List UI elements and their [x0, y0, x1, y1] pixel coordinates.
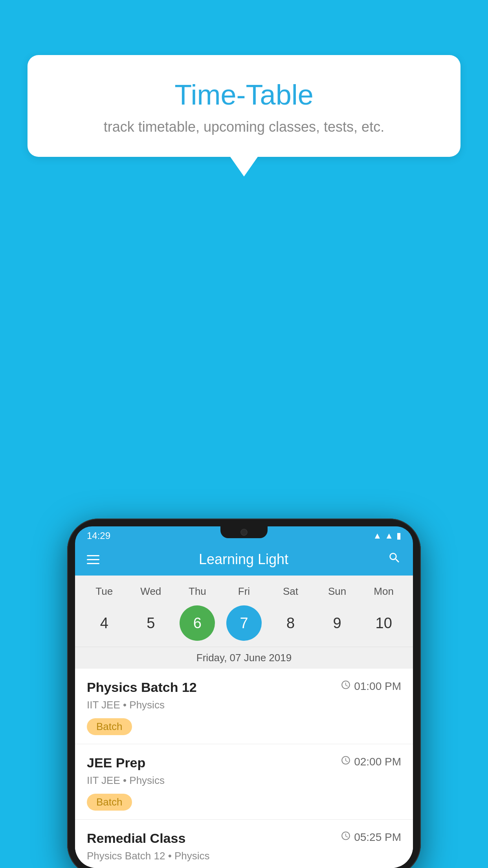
calendar-date-9[interactable]: 9: [319, 605, 355, 641]
app-header: Learning Light: [75, 543, 413, 576]
status-bar: 14:29 ▲ ▲ ▮: [75, 526, 413, 543]
speech-bubble-subtitle: track timetable, upcoming classes, tests…: [47, 119, 441, 135]
battery-icon: ▮: [396, 531, 401, 541]
schedule-item-3-header: Remedial Class 05:25 PM: [87, 831, 401, 846]
schedule-list: Physics Batch 12 01:00 PM IIT JEE • Phys…: [75, 669, 413, 868]
schedule-item-3-title: Remedial Class: [87, 831, 185, 846]
clock-icon-1: [341, 680, 351, 693]
schedule-item-2[interactable]: JEE Prep 02:00 PM IIT JEE • Physics Batc…: [75, 744, 413, 820]
calendar-day-mon[interactable]: Mon: [366, 585, 402, 598]
schedule-item-2-time: 02:00 PM: [341, 755, 401, 768]
speech-bubble-container: Time-Table track timetable, upcoming cla…: [28, 55, 460, 177]
schedule-item-3[interactable]: Remedial Class 05:25 PM Physics Batch 12…: [75, 820, 413, 868]
calendar-date-8[interactable]: 8: [273, 605, 308, 641]
calendar-day-fri[interactable]: Fri: [226, 585, 262, 598]
signal-icon: ▲: [385, 531, 393, 541]
speech-bubble: Time-Table track timetable, upcoming cla…: [28, 55, 460, 157]
schedule-item-2-badge: Batch: [87, 794, 132, 811]
phone-frame: 14:29 ▲ ▲ ▮ Learning Light: [67, 519, 421, 868]
calendar-date-10[interactable]: 10: [366, 605, 402, 641]
search-icon[interactable]: [388, 551, 401, 568]
schedule-item-1[interactable]: Physics Batch 12 01:00 PM IIT JEE • Phys…: [75, 669, 413, 744]
schedule-item-1-badge: Batch: [87, 718, 132, 735]
speech-bubble-title: Time-Table: [47, 79, 441, 111]
wifi-icon: ▲: [373, 531, 382, 541]
speech-bubble-arrow: [230, 157, 258, 177]
status-time: 14:29: [87, 530, 110, 541]
calendar-date-5[interactable]: 5: [133, 605, 169, 641]
calendar-date-4[interactable]: 4: [86, 605, 122, 641]
hamburger-menu-icon[interactable]: [87, 555, 99, 564]
calendar-day-sun[interactable]: Sun: [319, 585, 355, 598]
calendar-day-sat[interactable]: Sat: [273, 585, 308, 598]
schedule-item-1-subtitle: IIT JEE • Physics: [87, 699, 401, 711]
clock-icon-3: [341, 831, 351, 844]
schedule-item-2-subtitle: IIT JEE • Physics: [87, 774, 401, 787]
schedule-item-1-header: Physics Batch 12 01:00 PM: [87, 680, 401, 695]
calendar-day-wed[interactable]: Wed: [133, 585, 169, 598]
schedule-item-2-header: JEE Prep 02:00 PM: [87, 755, 401, 771]
calendar-dates-row: 4 5 6 7 8 9 10: [75, 601, 413, 647]
calendar-date-7-selected[interactable]: 7: [226, 605, 262, 641]
schedule-item-1-time: 01:00 PM: [341, 680, 401, 693]
calendar-container: Tue Wed Thu Fri Sat Sun Mon 4 5 6 7 8 9 …: [75, 576, 413, 669]
calendar-date-6-today[interactable]: 6: [180, 605, 215, 641]
calendar-day-tue[interactable]: Tue: [86, 585, 122, 598]
phone-frame-wrapper: 14:29 ▲ ▲ ▮ Learning Light: [67, 519, 421, 868]
app-title: Learning Light: [199, 551, 288, 568]
schedule-item-1-title: Physics Batch 12: [87, 680, 197, 695]
calendar-days-header: Tue Wed Thu Fri Sat Sun Mon: [75, 581, 413, 601]
clock-icon-2: [341, 755, 351, 768]
phone-screen: Learning Light Tue Wed Thu Fri Sat Sun M…: [75, 543, 413, 868]
phone-notch: [220, 526, 268, 538]
calendar-day-thu[interactable]: Thu: [180, 585, 215, 598]
schedule-item-3-subtitle: Physics Batch 12 • Physics: [87, 850, 401, 862]
calendar-selected-date-label: Friday, 07 June 2019: [75, 647, 413, 669]
phone-camera: [240, 529, 248, 536]
schedule-item-2-title: JEE Prep: [87, 755, 145, 771]
status-icons: ▲ ▲ ▮: [373, 531, 401, 541]
schedule-item-3-time: 05:25 PM: [341, 831, 401, 844]
